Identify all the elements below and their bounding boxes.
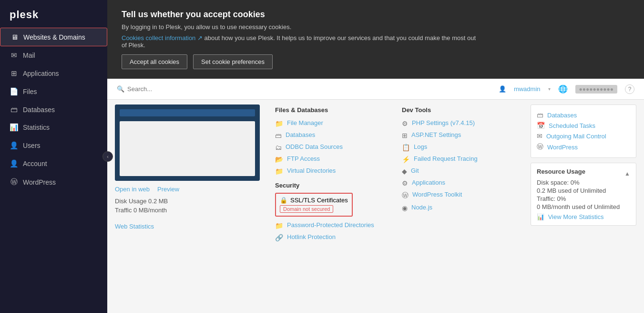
resource-usage-header[interactable]: Resource Usage ▲ xyxy=(537,168,630,179)
aspnet-icon: ⊞ xyxy=(402,132,408,139)
file-manager-icon: 📁 xyxy=(275,120,283,127)
disk-usage-label: Disk Usage 0.2 MB xyxy=(115,198,260,205)
ftp-icon: 📂 xyxy=(275,156,283,163)
globe-icon[interactable]: 🌐 xyxy=(558,84,568,94)
db-icon: 🗃 xyxy=(275,132,282,139)
disk-detail-label: 0.2 MB used of Unlimited xyxy=(537,187,630,194)
qa-mail-label: Outgoing Mail Control xyxy=(546,133,606,140)
files-databases-section: Files & Databases 📁 File Manager 🗃 Datab… xyxy=(275,104,392,243)
aspnet-label: ASP.NET Settings xyxy=(411,131,461,138)
apps-icon: ⊞ xyxy=(10,69,18,78)
sidebar-label-users: Users xyxy=(23,142,41,149)
quick-access-wordpress[interactable]: Ⓦ WordPress xyxy=(537,141,630,153)
right-panel: 🗃 Databases 📅 Scheduled Tasks ✉ Outgoing… xyxy=(527,104,636,308)
qa-sched-icon: 📅 xyxy=(537,122,545,129)
app-logo: plesk xyxy=(0,0,107,28)
wordpress-icon: Ⓦ xyxy=(10,177,18,187)
quick-access-outgoing-mail[interactable]: ✉ Outgoing Mail Control xyxy=(537,131,630,141)
nodejs-icon: ◉ xyxy=(402,204,408,212)
odbc-icon: 🗂 xyxy=(275,144,282,151)
file-manager-item[interactable]: 📁 File Manager xyxy=(275,117,392,129)
git-label: Git xyxy=(411,167,419,174)
cookie-actions: Accept all cookies Set cookie preference… xyxy=(122,54,630,69)
sidebar-label-files: Files xyxy=(23,88,37,95)
git-item[interactable]: ◆ Git xyxy=(402,165,519,177)
sidebar-item-files[interactable]: 📄 Files xyxy=(0,83,107,101)
sidebar-label-statistics: Statistics xyxy=(23,124,50,131)
files-databases-title: Files & Databases xyxy=(275,106,392,114)
virtual-directories-item[interactable]: 📁 Virtual Directories xyxy=(275,165,392,177)
site-screenshot xyxy=(115,104,260,181)
web-statistics-link[interactable]: Web Statistics xyxy=(115,223,154,230)
databases-item[interactable]: 🗃 Databases xyxy=(275,129,392,141)
sidebar-label-applications: Applications xyxy=(23,70,59,77)
topbar-right: 👤 mwadmin ▾ 🌐 ●●●●●●●●●● ? xyxy=(499,84,634,94)
stats-icon: 📊 xyxy=(10,123,18,132)
php-icon: ⚙ xyxy=(402,120,408,127)
user-icon: 👤 xyxy=(499,85,506,93)
aspnet-item[interactable]: ⊞ ASP.NET Settings xyxy=(402,129,519,141)
content-area: 🔍 👤 mwadmin ▾ 🌐 ●●●●●●●●●● ? Open in web xyxy=(107,79,644,313)
qa-mail-icon: ✉ xyxy=(537,132,542,140)
php-settings-item[interactable]: ⚙ PHP Settings (v7.4.15) xyxy=(402,117,519,129)
sidebar: plesk 🖥 Websites & Domains ✉ Mail ⊞ Appl… xyxy=(0,0,107,313)
sidebar-label-account: Account xyxy=(23,160,47,167)
pwd-dir-icon: 📁 xyxy=(275,222,283,230)
sidebar-label-databases: Databases xyxy=(23,106,55,114)
domain-not-secured-badge: Domain not secured xyxy=(280,205,333,213)
ftp-item[interactable]: 📂 FTP Access xyxy=(275,153,392,165)
sidebar-item-users[interactable]: 👤 Users xyxy=(0,136,107,155)
sidebar-item-websites-domains[interactable]: 🖥 Websites & Domains xyxy=(0,28,107,46)
sidebar-item-wordpress[interactable]: Ⓦ WordPress xyxy=(0,173,107,191)
help-icon[interactable]: ? xyxy=(625,84,634,94)
search-input[interactable] xyxy=(127,85,213,93)
qa-db-icon: 🗃 xyxy=(537,111,543,119)
ssl-label: SSL/TLS Certificates xyxy=(290,197,348,204)
odbc-item[interactable]: 🗂 ODBC Data Sources xyxy=(275,141,392,153)
qa-sched-label: Scheduled Tasks xyxy=(549,122,595,129)
mail-icon: ✉ xyxy=(10,51,18,60)
sidebar-item-applications[interactable]: ⊞ Applications xyxy=(0,64,107,83)
sidebar-collapse-button[interactable]: ‹ xyxy=(102,151,113,162)
wordpress-toolkit-item[interactable]: Ⓦ WordPress Toolkit xyxy=(402,189,519,202)
preview-link[interactable]: Preview xyxy=(157,186,179,193)
username-label[interactable]: mwadmin xyxy=(514,85,541,93)
password-protected-item[interactable]: 📁 Password-Protected Directories xyxy=(275,219,392,231)
cookie-banner-title: Tell us whether you accept cookies xyxy=(122,10,630,20)
resource-usage-section: Resource Usage ▲ Disk space: 0% 0.2 MB u… xyxy=(531,163,636,226)
nodejs-label: Node.js xyxy=(411,204,432,211)
open-in-web-link[interactable]: Open in web xyxy=(115,186,150,193)
view-more-statistics-link[interactable]: View More Statistics xyxy=(548,213,604,220)
hotlink-protection-item[interactable]: 🔗 Hotlink Protection xyxy=(275,231,392,243)
logs-item[interactable]: 📋 Logs xyxy=(402,141,519,153)
ssl-tls-item[interactable]: 🔒 SSL/TLS Certificates Domain not secure… xyxy=(275,193,353,217)
sidebar-label-wordpress: WordPress xyxy=(23,178,56,186)
sidebar-item-databases[interactable]: 🗃 Databases xyxy=(0,101,107,118)
accept-all-cookies-button[interactable]: Accept all cookies xyxy=(122,54,187,69)
main-content: Tell us whether you accept cookies By lo… xyxy=(107,0,644,313)
sidebar-item-statistics[interactable]: 📊 Statistics xyxy=(0,118,107,136)
sidebar-item-mail[interactable]: ✉ Mail xyxy=(0,46,107,64)
monitor-icon: 🖥 xyxy=(10,33,19,41)
site-preview xyxy=(115,104,260,181)
search-icon: 🔍 xyxy=(117,85,124,93)
nodejs-item[interactable]: ◉ Node.js xyxy=(402,202,519,214)
page-content: Open in web Preview Disk Usage 0.2 MB Tr… xyxy=(107,100,644,313)
quick-access-section: 🗃 Databases 📅 Scheduled Tasks ✉ Outgoing… xyxy=(531,104,636,158)
sidebar-item-account[interactable]: 👤 Account xyxy=(0,155,107,173)
applications-devtools-item[interactable]: ⚙ Applications xyxy=(402,177,519,189)
cookies-info-link[interactable]: Cookies collect information ↗ xyxy=(122,34,204,42)
git-icon: ◆ xyxy=(402,167,407,175)
cookie-banner-description: Cookies collect information ↗ about how … xyxy=(122,34,479,49)
quick-access-scheduled-tasks[interactable]: 📅 Scheduled Tasks xyxy=(537,120,630,131)
set-cookie-preferences-button[interactable]: Set cookie preferences xyxy=(193,54,273,69)
quick-access-databases[interactable]: 🗃 Databases xyxy=(537,110,630,120)
cookie-banner: Tell us whether you accept cookies By lo… xyxy=(107,0,644,79)
cookie-banner-subtitle: By logging in to Plesk, you allow us to … xyxy=(122,23,479,31)
ssl-icon: 🔒 xyxy=(280,197,287,204)
failed-request-item[interactable]: ⚡ Failed Request Tracing xyxy=(402,153,519,165)
wp-toolkit-label: WordPress Toolkit xyxy=(412,191,462,198)
site-actions: Open in web Preview xyxy=(115,186,260,193)
ftp-label: FTP Access xyxy=(287,155,320,162)
sidebar-label-websites: Websites & Domains xyxy=(23,33,85,41)
